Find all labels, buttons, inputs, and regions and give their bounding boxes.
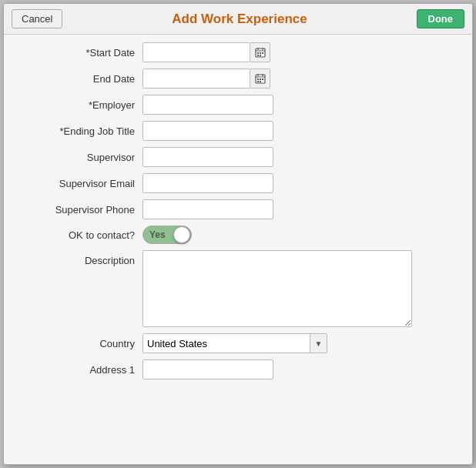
dropdown-arrow-icon: ▼ [310, 333, 327, 353]
supervisor-email-input[interactable] [142, 173, 273, 193]
dialog-header: Cancel Add Work Experience Done [4, 4, 472, 35]
svg-rect-16 [257, 81, 259, 82]
ok-to-contact-toggle-wrapper: Yes [142, 226, 192, 244]
end-date-row: End Date [4, 69, 457, 89]
ok-to-contact-label: OK to contact? [4, 229, 142, 241]
done-button[interactable]: Done [417, 9, 465, 28]
ending-job-title-input[interactable] [142, 121, 273, 141]
supervisor-input[interactable] [142, 147, 273, 167]
description-label: Description [4, 250, 142, 266]
toggle-thumb [173, 226, 190, 243]
end-date-wrapper [142, 69, 270, 89]
supervisor-row: Supervisor [4, 147, 457, 167]
add-work-experience-dialog: Cancel Add Work Experience Done *Start D… [3, 3, 473, 465]
ok-to-contact-toggle[interactable]: Yes [142, 226, 192, 244]
employer-label: *Employer [4, 99, 142, 111]
toggle-yes-label: Yes [149, 229, 166, 240]
svg-rect-8 [260, 55, 261, 56]
supervisor-phone-label: Supervisor Phone [4, 204, 142, 216]
svg-rect-7 [257, 55, 259, 56]
ok-to-contact-row: OK to contact? Yes [4, 226, 457, 244]
dialog-body: *Start Date [4, 35, 472, 464]
start-date-label: *Start Date [4, 47, 142, 58]
supervisor-email-row: Supervisor Email [4, 173, 457, 193]
supervisor-phone-row: Supervisor Phone [4, 199, 457, 219]
supervisor-label: Supervisor [4, 152, 142, 163]
end-date-label: End Date [4, 73, 142, 85]
cancel-button[interactable]: Cancel [12, 9, 62, 28]
ending-job-title-row: *Ending Job Title [4, 121, 457, 141]
description-row: Description [4, 250, 457, 327]
supervisor-phone-input[interactable] [142, 199, 273, 219]
address1-row: Address 1 [4, 359, 457, 379]
supervisor-email-label: Supervisor Email [4, 178, 142, 189]
dialog-title: Add Work Experience [62, 12, 416, 27]
ending-job-title-label: *Ending Job Title [4, 125, 142, 137]
svg-rect-5 [260, 52, 261, 54]
svg-rect-6 [262, 52, 263, 54]
address1-label: Address 1 [4, 364, 142, 376]
description-input[interactable] [142, 250, 412, 327]
svg-rect-15 [262, 79, 263, 80]
country-select-wrapper: United States ▼ [142, 333, 327, 353]
svg-rect-4 [257, 52, 259, 54]
country-label: Country [4, 338, 142, 349]
country-select[interactable]: United States [143, 336, 310, 351]
start-date-wrapper [142, 42, 270, 62]
employer-row: *Employer [4, 95, 457, 115]
employer-input[interactable] [142, 95, 273, 115]
svg-rect-13 [257, 79, 259, 80]
end-date-calendar-icon[interactable] [250, 69, 270, 89]
address1-input[interactable] [142, 359, 273, 379]
svg-rect-17 [260, 81, 261, 82]
country-row: Country United States ▼ [4, 333, 457, 353]
start-date-input[interactable] [142, 42, 250, 62]
end-date-input[interactable] [142, 69, 250, 89]
svg-rect-14 [260, 79, 261, 80]
start-date-calendar-icon[interactable] [250, 42, 270, 62]
start-date-row: *Start Date [4, 42, 457, 62]
